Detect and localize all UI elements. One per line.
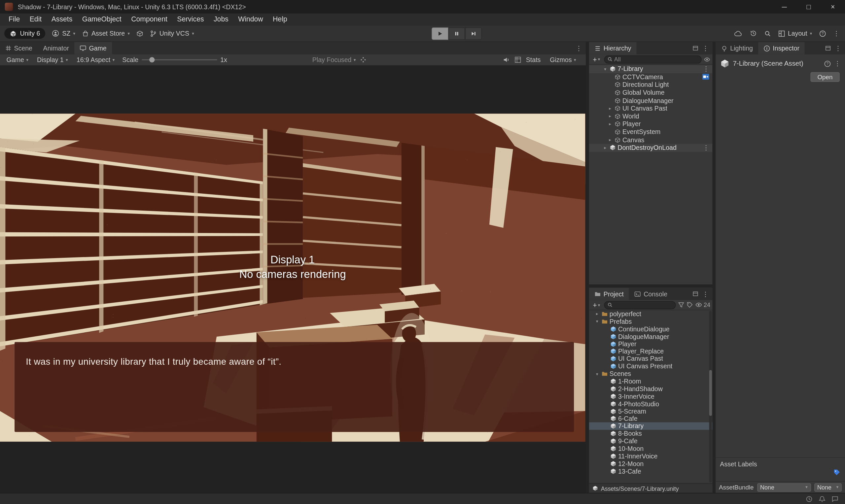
hierarchy-item-player[interactable]: ▸Player — [589, 120, 712, 128]
project-item-ui-canvas-present[interactable]: UI Canvas Present — [589, 363, 712, 370]
project-search[interactable] — [604, 301, 675, 309]
game-render[interactable]: Display 1 No cameras rendering It was in… — [0, 113, 585, 442]
dock-icon[interactable] — [825, 45, 831, 51]
expand-arrow-icon[interactable]: ▾ — [594, 371, 600, 376]
row-kebab-icon[interactable]: ⋮ — [703, 66, 712, 73]
project-item-6-cafe[interactable]: 6-Cafe — [589, 415, 712, 422]
project-scrollbar[interactable] — [709, 311, 712, 483]
close-button[interactable]: × — [821, 0, 845, 14]
aspect-dropdown[interactable]: 16:9 Aspect▾ — [72, 56, 119, 64]
menu-file[interactable]: File — [4, 14, 25, 25]
row-kebab-icon[interactable]: ⋮ — [703, 145, 712, 151]
project-item-polyperfect[interactable]: ▸polyperfect — [589, 310, 712, 318]
project-item-1-room[interactable]: 1-Room — [589, 378, 712, 385]
minimize-button[interactable]: ─ — [772, 0, 796, 14]
expand-arrow-icon[interactable]: ▾ — [603, 67, 608, 72]
mute-audio-button[interactable] — [503, 56, 510, 63]
hierarchy-item-directional-light[interactable]: Directional Light — [589, 81, 712, 89]
stats-button[interactable]: Stats — [526, 56, 541, 64]
hierarchy-search[interactable] — [604, 55, 702, 63]
project-item-10-moon[interactable]: 10-Moon — [589, 445, 712, 452]
expand-arrow-icon[interactable]: ▸ — [607, 106, 613, 111]
menu-edit[interactable]: Edit — [25, 14, 47, 25]
menu-help[interactable]: Help — [268, 14, 292, 25]
project-item-9-cafe[interactable]: 9-Cafe — [589, 437, 712, 445]
cloud-button[interactable] — [734, 30, 743, 37]
scale-slider[interactable] — [142, 59, 217, 60]
dock-icon[interactable] — [692, 45, 698, 51]
filter-by-label-icon[interactable] — [687, 302, 693, 308]
project-item-scenes[interactable]: ▾Scenes — [589, 370, 712, 378]
hierarchy-item-global-volume[interactable]: Global Volume — [589, 89, 712, 97]
create-object-button[interactable]: +▾ — [591, 55, 602, 63]
scrollbar-thumb[interactable] — [709, 370, 712, 416]
camera-enabled-badge[interactable] — [702, 74, 712, 80]
hidden-count-toggle[interactable]: 24 — [695, 302, 710, 308]
unity-version-badge[interactable]: Unity 6 — [4, 28, 46, 39]
project-item-8-books[interactable]: 8-Books — [589, 430, 712, 438]
tab-lighting[interactable]: Lighting — [716, 42, 758, 54]
hierarchy-item-eventsystem[interactable]: EventSystem — [589, 128, 712, 136]
project-item-5-scream[interactable]: 5-Scream — [589, 408, 712, 415]
scene-visibility-icon[interactable] — [704, 56, 710, 62]
project-item-player-replace[interactable]: Player_Replace — [589, 347, 712, 355]
project-item-7-library[interactable]: 7-Library — [589, 422, 712, 430]
panel-menu-icon[interactable]: ⋮ — [702, 290, 709, 297]
panel-menu-icon[interactable]: ⋮ — [702, 45, 709, 52]
hierarchy-scene-7-library[interactable]: ▾7-Library⋮ — [589, 65, 712, 73]
tab-inspector[interactable]: Inspector — [758, 42, 805, 54]
asset-label-tag-button[interactable] — [833, 469, 841, 476]
toolbar-kebab-icon[interactable]: ⋮ — [833, 30, 840, 37]
menu-jobs[interactable]: Jobs — [209, 14, 233, 25]
game-mode-dropdown[interactable]: Game▾ — [2, 56, 33, 64]
pause-button[interactable] — [448, 28, 465, 40]
project-item-2-handshadow[interactable]: 2-HandShadow — [589, 385, 712, 393]
menu-component[interactable]: Component — [126, 14, 172, 25]
expand-arrow-icon[interactable]: ▸ — [603, 145, 608, 150]
panel-menu-icon[interactable]: ⋮ — [835, 45, 841, 52]
play-button[interactable] — [432, 28, 448, 40]
menu-assets[interactable]: Assets — [47, 14, 77, 25]
tab-console[interactable]: Console — [629, 287, 673, 300]
project-item-prefabs[interactable]: ▾Prefabs — [589, 318, 712, 325]
project-item-3-innervoice[interactable]: 3-InnerVoice — [589, 393, 712, 400]
help-icon[interactable]: ? — [824, 60, 831, 67]
account-dropdown[interactable]: SZ▾ — [52, 30, 75, 37]
hierarchy-item-ui-canvas-past[interactable]: ▸UI Canvas Past — [589, 105, 712, 112]
dock-icon[interactable] — [692, 291, 698, 297]
package-manager-button[interactable] — [136, 30, 143, 37]
hierarchy-item-cctvcamera[interactable]: CCTVCamera — [589, 73, 712, 81]
expand-arrow-icon[interactable]: ▸ — [594, 311, 600, 317]
game-viewport[interactable]: Display 1 No cameras rendering It was in… — [0, 66, 586, 493]
expand-arrow-icon[interactable]: ▸ — [607, 114, 613, 119]
filter-by-type-icon[interactable] — [678, 302, 685, 308]
console-status-icon[interactable] — [831, 496, 839, 502]
search-button[interactable] — [764, 30, 771, 37]
menu-gameobject[interactable]: GameObject — [77, 14, 126, 25]
project-item-4-photostudio[interactable]: 4-PhotoStudio — [589, 400, 712, 408]
assetbundle-variant-dropdown[interactable]: None▾ — [814, 483, 842, 491]
hierarchy-search-input[interactable] — [614, 56, 698, 63]
hierarchy-item-world[interactable]: ▸World — [589, 112, 712, 120]
project-search-input[interactable] — [614, 302, 672, 308]
expand-arrow-icon[interactable]: ▸ — [607, 137, 613, 142]
tab-hierarchy[interactable]: Hierarchy — [589, 42, 637, 54]
project-item-continuedialogue[interactable]: ContinueDialogue — [589, 325, 712, 333]
help-button[interactable]: ? — [819, 30, 826, 37]
tab-animator[interactable]: Animator — [38, 42, 74, 54]
tab-scene[interactable]: Scene — [0, 42, 38, 54]
display-dropdown[interactable]: Display 1▾ — [33, 56, 72, 64]
gizmos-dropdown[interactable]: Gizmos▾ — [546, 56, 581, 64]
history-button[interactable] — [750, 30, 757, 37]
notifications-icon[interactable] — [818, 496, 826, 502]
hierarchy-item-canvas[interactable]: ▸Canvas — [589, 136, 712, 144]
inspector-kebab-icon[interactable]: ⋮ — [834, 60, 841, 67]
menu-window[interactable]: Window — [233, 14, 268, 25]
asset-store-dropdown[interactable]: Asset Store▾ — [82, 30, 130, 37]
project-item-11-innervoice[interactable]: 11-InnerVoice — [589, 452, 712, 460]
create-asset-button[interactable]: +▾ — [591, 301, 602, 309]
step-button[interactable] — [465, 28, 482, 40]
panel-menu-icon[interactable]: ⋮ — [576, 45, 582, 52]
project-item-player[interactable]: Player — [589, 340, 712, 348]
tab-game[interactable]: Game — [74, 42, 112, 54]
